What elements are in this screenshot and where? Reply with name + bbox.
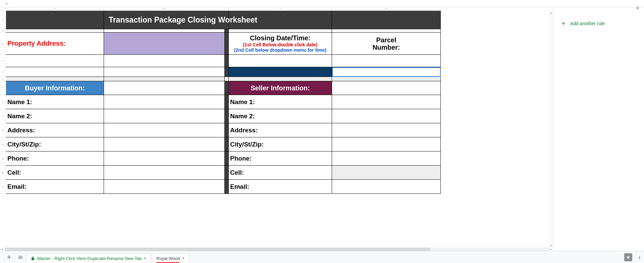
row-header[interactable]: 10 [0, 123, 6, 137]
title-cell[interactable]: Transaction Package Closing Worksheet [104, 11, 225, 29]
separator [225, 77, 229, 81]
buyer-name2-input[interactable] [104, 109, 225, 123]
row-header[interactable]: 4 [0, 55, 6, 67]
closing-date-header[interactable]: Closing Date/Time: (1st Cell Below-doubl… [229, 33, 332, 55]
cell[interactable] [229, 29, 332, 33]
cell[interactable] [104, 29, 225, 33]
cell[interactable] [6, 55, 104, 67]
scrollbar-thumb[interactable] [5, 248, 430, 251]
add-sheet-button[interactable]: + [3, 253, 15, 262]
label-text: Closing Date/Time: [250, 34, 311, 42]
cell[interactable] [229, 77, 332, 81]
cell[interactable] [6, 67, 104, 77]
seller-email-input[interactable] [332, 180, 441, 194]
all-sheets-button[interactable] [15, 253, 26, 262]
cell[interactable] [104, 55, 225, 67]
chevron-down-icon[interactable]: ▼ [144, 257, 146, 260]
cell[interactable] [104, 81, 225, 95]
sheet-tab-royalwood[interactable]: Royal Wood ▼ [152, 253, 189, 263]
seller-citystzip-input[interactable] [332, 137, 441, 151]
buyer-name1-label[interactable]: Name 1: [6, 95, 104, 109]
label-text: Cell: [230, 169, 244, 176]
cell[interactable] [332, 77, 441, 81]
cell[interactable] [104, 67, 225, 77]
row-header[interactable]: 7 [0, 81, 6, 95]
seller-cell-label[interactable]: Cell: [229, 166, 332, 180]
buyer-email-label[interactable]: Email: [6, 180, 104, 194]
selected-cell[interactable] [332, 67, 441, 77]
closing-date-cell[interactable] [229, 55, 332, 67]
buyer-address-input[interactable] [104, 123, 225, 137]
col-header-b[interactable]: B [104, 7, 225, 11]
property-address-input[interactable] [104, 33, 225, 55]
seller-phone-input[interactable] [332, 151, 441, 166]
buyer-name2-label[interactable]: Name 2: [6, 109, 104, 123]
row-header[interactable]: 1 [0, 11, 6, 29]
buyer-citystzip-label[interactable]: City/St/Zip: [6, 137, 104, 151]
buyer-citystzip-input[interactable] [104, 137, 225, 151]
horizontal-scrollbar[interactable]: ◄ ► [5, 248, 550, 251]
seller-name2-label[interactable]: Name 2: [229, 109, 332, 123]
row-header[interactable]: 11 [0, 137, 6, 151]
row-header[interactable]: 14 [0, 180, 6, 194]
seller-section-header[interactable]: Seller Information: [229, 81, 332, 95]
selection-handle[interactable] [439, 75, 441, 77]
row-header[interactable]: 2 [0, 29, 6, 33]
collapse-side-panel-icon[interactable]: ‹ [638, 253, 641, 261]
col-header-c[interactable]: C [229, 7, 332, 11]
table-row: 10 Address: Address: [0, 123, 553, 137]
cell[interactable] [332, 11, 441, 29]
cell[interactable] [332, 81, 441, 95]
seller-name1-input[interactable] [332, 95, 441, 109]
cell[interactable] [6, 29, 104, 33]
parcel-number-header[interactable]: ParcelNumber: [332, 33, 441, 55]
scroll-left-icon[interactable]: ◄ [0, 248, 4, 251]
parcel-number-cell[interactable] [332, 55, 441, 67]
label-text: Name 1: [7, 98, 32, 106]
buyer-phone-label[interactable]: Phone: [6, 151, 104, 166]
buyer-address-label[interactable]: Address: [6, 123, 104, 137]
cell[interactable] [104, 77, 225, 81]
table-row: 1 Transaction Package Closing Worksheet [0, 11, 553, 29]
row-header[interactable]: 13 [0, 166, 6, 180]
closing-time-cell[interactable] [229, 67, 332, 77]
vertical-scrollbar[interactable]: ▲ ▼ [549, 11, 553, 248]
row-header[interactable]: 3 [0, 33, 6, 55]
separator [225, 151, 229, 166]
close-icon[interactable]: × [636, 5, 639, 12]
col-header-d[interactable]: D [332, 7, 441, 11]
scroll-right-icon[interactable]: ► [549, 248, 553, 251]
buyer-email-input[interactable] [104, 180, 225, 194]
row-header[interactable]: 6 [0, 77, 6, 81]
seller-cell-input[interactable] [332, 166, 441, 180]
row-header[interactable]: 5 [0, 67, 6, 77]
buyer-section-header[interactable]: Buyer Information: [6, 81, 104, 95]
seller-address-input[interactable] [332, 123, 441, 137]
scroll-down-icon[interactable]: ▼ [549, 244, 553, 248]
cell[interactable] [332, 29, 441, 33]
buyer-cell-label[interactable]: Cell: [6, 166, 104, 180]
cell[interactable] [6, 11, 104, 29]
add-rule-button[interactable]: + Add another rule [559, 11, 638, 27]
select-all-corner[interactable] [0, 7, 6, 11]
seller-email-label[interactable]: Email: [229, 180, 332, 194]
chevron-down-icon[interactable]: ▼ [182, 257, 185, 260]
seller-name1-label[interactable]: Name 1: [229, 95, 332, 109]
explore-button[interactable] [624, 253, 632, 261]
row-header[interactable]: 9 [0, 109, 6, 123]
seller-name2-input[interactable] [332, 109, 441, 123]
col-header-a[interactable]: A [6, 7, 104, 11]
seller-address-label[interactable]: Address: [229, 123, 332, 137]
row-header[interactable]: 12 [0, 151, 6, 166]
seller-citystzip-label[interactable]: City/St/Zip: [229, 137, 332, 151]
sheet-tab-master[interactable]: Master - Right Click Here-Duplicate-Rena… [26, 253, 151, 263]
scroll-up-icon[interactable]: ▲ [549, 11, 553, 15]
buyer-name1-input[interactable] [104, 95, 225, 109]
property-address-label[interactable]: Property Address: [6, 33, 104, 55]
seller-phone-label[interactable]: Phone: [229, 151, 332, 166]
row-header[interactable]: 8 [0, 95, 6, 109]
cell[interactable] [6, 77, 104, 81]
buyer-phone-input[interactable] [104, 151, 225, 166]
buyer-cell-input[interactable] [104, 166, 225, 180]
formula-input[interactable] [12, 0, 644, 7]
